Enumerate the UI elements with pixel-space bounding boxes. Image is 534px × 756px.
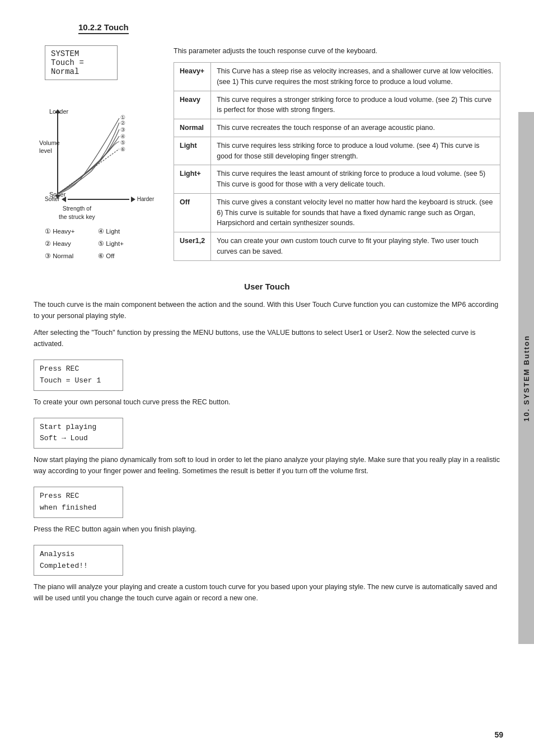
user-touch-para6: The piano will analyze your playing and … [34,581,500,604]
touch-table-body: Heavy+This Curve has a steep rise as vel… [174,63,500,261]
touch-description: You can create your own custom touch cur… [211,232,500,261]
legend-item-2: ② Heavy [45,238,98,250]
page-number: 59 [494,730,503,739]
user-touch-para1: The touch curve is the main component be… [34,299,500,321]
system-display: SYSTEM Touch = Normal [45,45,118,80]
legend-item-6: ⑥ Off [98,250,148,263]
lcd-display-1-line2: Touch = User 1 [40,375,117,387]
legend-item-4: ④ Light [98,226,148,238]
param-intro: This parameter adjusts the touch respons… [174,45,500,57]
table-row: User1,2You can create your own custom to… [174,232,500,261]
touch-description: This curve recreates the touch response … [211,119,500,137]
lcd-display-3-line2: when finished [40,502,117,514]
user-touch-para2: After selecting the "Touch" function by … [34,327,500,349]
touch-label: Off [174,193,211,232]
right-arrow [131,197,135,202]
softer-end-label: Softer [45,196,60,202]
system-display-line2: Touch = Normal [51,58,111,76]
lcd-display-4-line1: Analysis [40,549,117,561]
table-row: Light+This curve requires the least amou… [174,165,500,194]
strength-axis-area: Softer Harder [45,196,154,202]
side-tab-container: 10. SYSTEM Button [518,112,534,644]
harder-end-label: Harder [137,196,154,202]
touch-label: Normal [174,119,211,137]
touch-label: Heavy+ [174,63,211,91]
lcd-display-3-line1: Press REC [40,491,117,502]
touch-description: This curve requires less striking force … [211,137,500,165]
svg-text:③: ③ [120,127,125,133]
svg-text:④: ④ [120,133,125,139]
touch-curves-svg: ① ② ③ ④ ⑤ ⑥ [58,113,142,199]
lcd-display-2-line2: Soft → Loud [40,433,117,445]
lcd-display-4: Analysis Completed!! [34,545,123,576]
user-touch-title: User Touch [34,282,500,291]
page-container: 10.2.2 Touch SYSTEM Touch = Normal Loude… [0,0,534,756]
lcd-display-3: Press REC when finished [34,487,123,518]
touch-curve-diagram: Louder Volumelevel Softer [39,108,162,265]
touch-label: Heavy [174,91,211,119]
touch-description: This curve requires the least amount of … [211,165,500,194]
lcd-display-1-line1: Press REC [40,363,117,375]
svg-text:②: ② [120,120,125,126]
legend-grid: ① Heavy+ ④ Light ② Heavy ⑤ Light+ ③ Norm… [45,226,148,263]
section-title: 10.2.2 Touch [78,22,129,34]
strength-line [68,199,129,200]
right-panel: This parameter adjusts the touch respons… [162,45,500,261]
table-row: Heavy+This Curve has a steep rise as vel… [174,63,500,91]
side-tab-text: 10. SYSTEM Button [522,335,531,422]
lcd-display-2: Start playing Soft → Loud [34,418,123,449]
table-row: LightThis curve requires less striking f… [174,137,500,165]
lcd-display-2-line1: Start playing [40,422,117,433]
left-arrow [62,197,66,202]
touch-description: This curve gives a constant velocity lev… [211,193,500,232]
legend: ① Heavy+ ④ Light ② Heavy ⑤ Light+ ③ Norm… [45,226,148,263]
table-row: HeavyThis curve requires a stronger stri… [174,91,500,119]
touch-description: This curve requires a stronger striking … [211,91,500,119]
legend-item-5: ⑤ Light+ [98,238,148,250]
strength-text: Strength ofthe struck key [59,204,95,221]
table-row: OffThis curve gives a constant velocity … [174,193,500,232]
legend-item-1: ① Heavy+ [45,226,98,238]
left-panel: SYSTEM Touch = Normal Louder Volumelevel… [34,45,162,265]
lcd-display-1: Press REC Touch = User 1 [34,360,123,391]
touch-label: Light+ [174,165,211,194]
user-touch-section: User Touch The touch curve is the main c… [34,282,500,604]
svg-text:⑥: ⑥ [120,146,125,152]
system-display-line1: SYSTEM [51,49,111,58]
table-row: NormalThis curve recreates the touch res… [174,119,500,137]
touch-label: Light [174,137,211,165]
touch-label: User1,2 [174,232,211,261]
legend-item-3: ③ Normal [45,250,98,263]
touch-description: This Curve has a steep rise as velocity … [211,63,500,91]
svg-text:⑤: ⑤ [120,139,125,146]
touch-table: Heavy+This Curve has a steep rise as vel… [174,62,500,261]
user-touch-para3: To create your own personal touch curve … [34,396,500,408]
user-touch-para4: Now start playing the piano dynamically … [34,454,500,477]
lcd-display-4-line2: Completed!! [40,561,117,572]
user-touch-para5: Press the REC button again when you fini… [34,524,500,535]
top-area: SYSTEM Touch = Normal Louder Volumelevel… [34,45,500,265]
